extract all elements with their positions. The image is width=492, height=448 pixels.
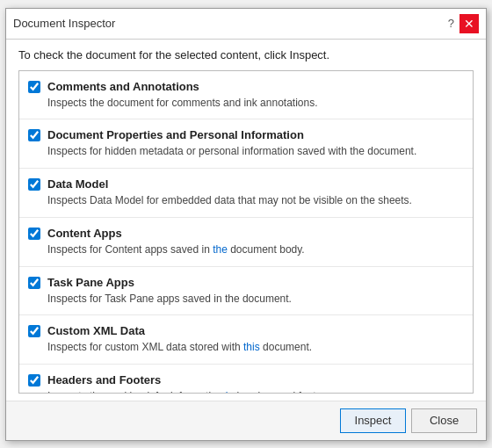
item-desc-custom-xml: Inspects for custom XML data stored with… — [47, 340, 462, 355]
list-item: Comments and AnnotationsInspects the doc… — [19, 71, 473, 120]
item-desc-doc-properties: Inspects for hidden metadata or personal… — [47, 144, 462, 159]
content-area[interactable]: Comments and AnnotationsInspects the doc… — [18, 70, 474, 394]
help-button[interactable]: ? — [445, 15, 458, 32]
item-title-content-apps: Content Apps — [47, 227, 122, 240]
item-desc-content-apps: Inspects for Content apps saved in the d… — [47, 242, 462, 257]
dialog-title: Document Inspector — [13, 17, 115, 30]
checkbox-comments[interactable] — [28, 81, 40, 93]
title-controls: ? ✕ — [445, 14, 479, 33]
list-item: Task Pane AppsInspects for Task Pane app… — [19, 267, 473, 316]
item-title-data-model: Data Model — [47, 177, 108, 191]
list-item: Content AppsInspects for Content apps sa… — [19, 218, 473, 267]
item-desc-task-pane-apps: Inspects for Task Pane apps saved in the… — [47, 292, 462, 307]
checkbox-custom-xml[interactable] — [28, 325, 40, 337]
list-item: Headers and FootersInspects the workbook… — [19, 365, 473, 393]
list-item: Custom XML DataInspects for custom XML d… — [19, 315, 473, 365]
inspect-button[interactable]: Inspect — [340, 408, 406, 433]
item-desc-comments: Inspects the document for comments and i… — [47, 96, 462, 111]
item-desc-data-model: Inspects Data Model for embedded data th… — [47, 193, 462, 208]
item-title-custom-xml: Custom XML Data — [47, 324, 145, 337]
item-title-headers-footers: Headers and Footers — [47, 373, 161, 387]
checkbox-content-apps[interactable] — [28, 228, 40, 240]
footer-close-button[interactable]: Close — [411, 408, 477, 433]
list-item: Document Properties and Personal Informa… — [19, 119, 473, 169]
item-title-comments: Comments and Annotations — [47, 80, 199, 93]
item-title-doc-properties: Document Properties and Personal Informa… — [47, 128, 304, 141]
title-bar: Document Inspector ? ✕ — [6, 9, 486, 40]
item-title-task-pane-apps: Task Pane Apps — [47, 276, 134, 289]
dialog-body: To check the document for the selected c… — [6, 40, 486, 401]
checkbox-data-model[interactable] — [28, 178, 40, 191]
document-inspector-dialog: Document Inspector ? ✕ To check the docu… — [5, 8, 487, 441]
footer: Inspect Close — [6, 401, 486, 440]
list-item: Data ModelInspects Data Model for embedd… — [19, 169, 473, 218]
instruction-text: To check the document for the selected c… — [18, 48, 474, 61]
checkbox-doc-properties[interactable] — [28, 129, 40, 141]
item-desc-headers-footers: Inspects the workbook for information in… — [47, 389, 462, 393]
checkbox-task-pane-apps[interactable] — [28, 277, 40, 289]
close-button[interactable]: ✕ — [459, 14, 479, 33]
checkbox-headers-footers[interactable] — [28, 374, 40, 387]
